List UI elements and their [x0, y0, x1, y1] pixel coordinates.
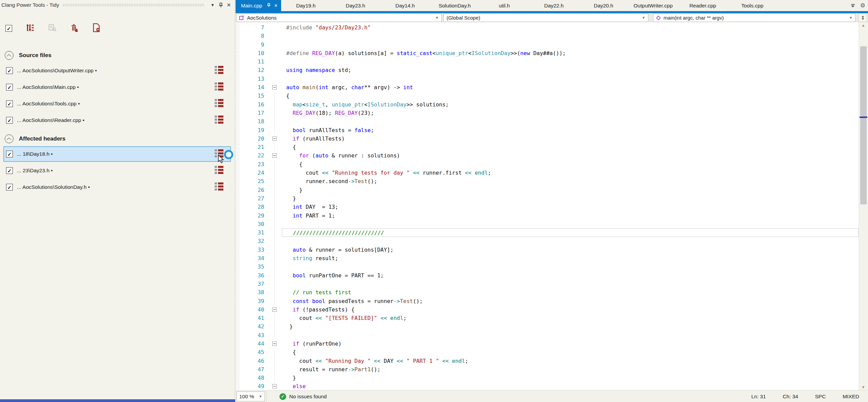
window-menu-chevron-icon[interactable]: ▼	[209, 1, 217, 9]
fold-column[interactable]	[268, 194, 282, 203]
tidy-options-icon[interactable]	[26, 23, 34, 33]
fold-collapse-icon[interactable]	[272, 307, 277, 312]
fold-column[interactable]	[268, 322, 282, 331]
fold-column[interactable]	[268, 237, 282, 245]
fold-column[interactable]	[268, 382, 282, 390]
collapse-chevron-icon[interactable]	[5, 134, 13, 143]
file-checkbox[interactable]: ✓	[6, 167, 13, 174]
tab-overflow-icon[interactable]	[851, 4, 855, 7]
tab-day19-h[interactable]: Day19.h	[281, 0, 331, 11]
fold-column[interactable]	[268, 271, 282, 280]
fold-column[interactable]	[268, 357, 282, 365]
fold-column[interactable]	[268, 177, 282, 185]
fold-column[interactable]	[268, 100, 282, 109]
file-item[interactable]: ✓... AocSolutions\Reader.cpp •	[3, 112, 231, 128]
fold-collapse-icon[interactable]	[272, 384, 277, 388]
project-dropdown[interactable]: AocSolutions ▼	[236, 14, 442, 22]
fold-collapse-icon[interactable]	[272, 342, 277, 346]
fold-column[interactable]	[268, 228, 282, 237]
scope-dropdown[interactable]: (Global Scope) ▼	[443, 14, 648, 22]
fold-column[interactable]	[268, 186, 282, 194]
tab-util-h[interactable]: util.h	[480, 0, 529, 11]
gear-icon[interactable]: ⚙	[860, 2, 865, 9]
fold-column[interactable]	[268, 203, 282, 211]
file-item[interactable]: ✓... 23\Day23.h •	[3, 163, 231, 178]
file-checkbox[interactable]: ✓	[6, 100, 13, 107]
fold-column[interactable]	[268, 41, 282, 49]
tab-day23-h[interactable]: Day23.h	[331, 0, 380, 11]
cleanup-icon[interactable]	[70, 23, 79, 33]
indent-mode-indicator[interactable]: SPC	[815, 394, 826, 400]
fold-column[interactable]	[268, 134, 282, 143]
fold-column[interactable]	[268, 374, 282, 382]
member-dropdown[interactable]: main(int argc, char ** argv) ▼	[653, 14, 856, 22]
fold-column[interactable]	[268, 169, 282, 177]
zoom-dropdown[interactable]: 100 % ▼	[237, 392, 265, 401]
collapse-chevron-icon[interactable]	[5, 51, 13, 60]
fold-column[interactable]	[268, 49, 282, 57]
tab-main-cpp[interactable]: Main.cpp✕	[236, 0, 281, 11]
vertical-scrollbar[interactable]: ▲ ▼	[859, 22, 868, 390]
line-indicator[interactable]: Ln: 31	[751, 394, 766, 400]
fold-column[interactable]	[268, 348, 282, 356]
fold-column[interactable]	[268, 220, 282, 228]
fold-column[interactable]	[268, 83, 282, 92]
tab-tools-cpp[interactable]: Tools.cpp	[728, 0, 777, 11]
file-item[interactable]: ✓... AocSolutions\Main.cpp •	[3, 79, 231, 95]
tidy-fix-icon[interactable]	[215, 116, 223, 125]
tidy-fix-icon[interactable]	[215, 182, 223, 192]
fold-column[interactable]	[268, 160, 282, 169]
split-editor-button[interactable]: ⇕	[858, 14, 867, 22]
tab-day14-h[interactable]: Day14.h	[380, 0, 430, 11]
fold-column[interactable]	[268, 331, 282, 340]
code-area[interactable]: 7#include "days/23/Day23.h"8910#define R…	[240, 22, 859, 390]
scroll-down-icon[interactable]: ▼	[859, 385, 868, 389]
fold-column[interactable]	[268, 57, 282, 66]
pin-icon[interactable]	[267, 3, 271, 9]
tab-solutionday-h[interactable]: SolutionDay.h	[430, 0, 480, 11]
fold-column[interactable]	[268, 262, 282, 271]
file-checkbox[interactable]: ✓	[6, 151, 13, 157]
scrollbar-thumb[interactable]	[860, 46, 867, 204]
tab-outputwriter-cpp[interactable]: OutputWriter.cpp	[628, 0, 678, 11]
tab-day22-h[interactable]: Day22.h	[529, 0, 579, 11]
fold-column[interactable]	[268, 109, 282, 117]
fold-collapse-icon[interactable]	[272, 136, 277, 141]
file-checkbox[interactable]: ✓	[6, 184, 13, 191]
file-item[interactable]: ✓... AocSolutions\Tools.cpp •	[3, 96, 231, 111]
fold-column[interactable]	[268, 117, 282, 126]
file-checkbox[interactable]: ✓	[6, 84, 13, 91]
fold-column[interactable]	[268, 254, 282, 262]
tidy-fix-icon[interactable]	[215, 66, 223, 75]
fold-column[interactable]	[268, 92, 282, 100]
close-icon[interactable]: ✕	[225, 1, 233, 9]
tab-reader-cpp[interactable]: Reader.cpp	[678, 0, 728, 11]
select-all-checkbox[interactable]: ✓	[5, 25, 12, 32]
section-header-affected-headers[interactable]: Affected headers	[5, 133, 235, 144]
fold-column[interactable]	[268, 297, 282, 305]
file-item[interactable]: ✓... AocSolutions\SolutionDay.h •	[3, 179, 231, 195]
line-ending-indicator[interactable]: MIXED	[843, 394, 859, 400]
tidy-fix-icon[interactable]	[215, 166, 223, 175]
fold-column[interactable]	[268, 211, 282, 220]
fold-column[interactable]	[268, 32, 282, 40]
scroll-up-icon[interactable]: ▲	[859, 23, 868, 27]
fold-column[interactable]	[268, 66, 282, 74]
fold-column[interactable]	[268, 305, 282, 314]
file-checkbox[interactable]: ✓	[6, 67, 13, 74]
indicator-margin[interactable]	[236, 22, 240, 390]
fold-column[interactable]	[268, 75, 282, 83]
fold-column[interactable]	[268, 246, 282, 254]
close-icon[interactable]: ✕	[274, 3, 278, 8]
fold-collapse-icon[interactable]	[272, 85, 277, 90]
fold-column[interactable]	[268, 365, 282, 374]
fold-column[interactable]	[268, 314, 282, 322]
file-item[interactable]: ✓... AocSolutions\OutputWriter.cpp •	[3, 63, 231, 78]
fold-column[interactable]	[268, 340, 282, 348]
fold-column[interactable]	[268, 126, 282, 134]
fold-column[interactable]	[268, 280, 282, 288]
column-indicator[interactable]: Ch: 34	[783, 394, 798, 400]
file-checkbox[interactable]: ✓	[6, 117, 13, 124]
fold-column[interactable]	[268, 23, 282, 32]
fold-column[interactable]	[268, 288, 282, 297]
